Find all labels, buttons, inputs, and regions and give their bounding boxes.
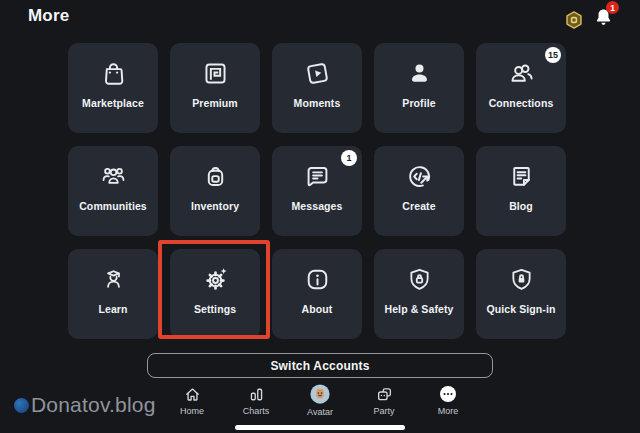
tile-label: Moments — [294, 97, 341, 109]
tile-help-safety[interactable]: Help & Safety — [374, 249, 464, 339]
tile-label: About — [302, 303, 333, 315]
messages-count-badge: 1 — [341, 150, 357, 166]
tile-marketplace[interactable]: Marketplace — [68, 43, 158, 133]
tile-label: Connections — [489, 97, 554, 109]
connections-people-icon — [506, 58, 537, 89]
create-code-icon — [404, 161, 435, 192]
nav-label: More — [438, 406, 459, 416]
nav-item-charts[interactable]: Charts — [226, 385, 286, 419]
more-page: More 1 Marketplace — [0, 0, 640, 433]
moments-play-icon — [302, 58, 333, 89]
nav-label: Party — [373, 406, 394, 416]
avatar-face-icon — [309, 383, 331, 405]
tile-connections[interactable]: 15 Connections — [476, 43, 566, 133]
communities-group-icon — [98, 161, 129, 192]
profile-person-icon — [404, 58, 435, 89]
tile-learn[interactable]: Learn — [68, 249, 158, 339]
switch-accounts-button[interactable]: Switch Accounts — [147, 353, 493, 378]
nav-item-more[interactable]: More — [418, 384, 478, 418]
globe-icon — [14, 398, 29, 413]
nav-label: Home — [180, 406, 204, 416]
premium-icon — [200, 58, 231, 89]
tile-label: Help & Safety — [385, 303, 454, 315]
page-title: More — [28, 6, 69, 26]
quick-signin-lock-icon — [506, 264, 537, 295]
robux-balance-button[interactable] — [563, 9, 585, 31]
more-menu-grid: Marketplace Premium Moments Pro — [68, 43, 566, 339]
nav-label: Charts — [243, 406, 270, 416]
tile-blog[interactable]: Blog — [476, 146, 566, 236]
tile-messages[interactable]: 1 Messages — [272, 146, 362, 236]
nav-item-home[interactable]: Home — [162, 385, 222, 419]
messages-chat-icon — [302, 161, 333, 192]
tile-premium[interactable]: Premium — [170, 43, 260, 133]
more-ellipsis-icon — [438, 384, 458, 404]
tile-quick-signin[interactable]: Quick Sign-in — [476, 249, 566, 339]
blog-news-icon — [506, 161, 537, 192]
tile-label: Inventory — [191, 200, 239, 212]
watermark-text: Donatov.blog — [31, 393, 156, 417]
tile-label: Create — [402, 200, 435, 212]
tile-label: Settings — [194, 303, 236, 315]
help-safety-shield-icon — [404, 264, 435, 295]
tile-label: Learn — [98, 303, 127, 315]
settings-gear-icon — [200, 264, 231, 295]
charts-bars-icon — [247, 385, 266, 404]
tile-label: Premium — [192, 97, 238, 109]
about-info-icon — [302, 264, 333, 295]
watermark: Donatov.blog — [14, 393, 156, 417]
tile-label: Quick Sign-in — [487, 303, 556, 315]
nav-item-party[interactable]: Party — [354, 385, 414, 419]
tile-label: Blog — [509, 200, 533, 212]
robux-coin-icon — [563, 9, 585, 31]
tile-create[interactable]: Create — [374, 146, 464, 236]
tile-settings[interactable]: Settings — [170, 249, 260, 339]
home-indicator-bar — [235, 425, 405, 430]
tile-label: Messages — [292, 200, 343, 212]
tile-label: Marketplace — [82, 97, 144, 109]
tile-profile[interactable]: Profile — [374, 43, 464, 133]
home-icon — [183, 385, 202, 404]
notification-count-badge: 1 — [606, 1, 619, 14]
tile-label: Communities — [79, 200, 147, 212]
party-group-icon — [375, 385, 394, 404]
tile-label: Profile — [402, 97, 435, 109]
tile-moments[interactable]: Moments — [272, 43, 362, 133]
connections-count-badge: 15 — [545, 47, 561, 63]
learn-graduate-icon — [98, 264, 129, 295]
tile-communities[interactable]: Communities — [68, 146, 158, 236]
nav-item-avatar[interactable]: Avatar — [290, 383, 350, 417]
tile-about[interactable]: About — [272, 249, 362, 339]
marketplace-bag-icon — [98, 58, 129, 89]
tile-inventory[interactable]: Inventory — [170, 146, 260, 236]
inventory-backpack-icon — [200, 161, 231, 192]
nav-label: Avatar — [307, 407, 333, 417]
